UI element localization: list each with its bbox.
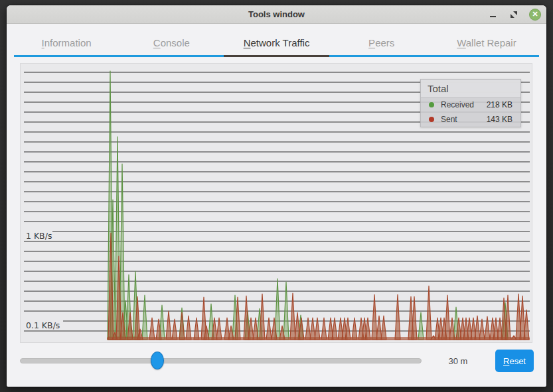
close-button[interactable]: ✕	[529, 9, 541, 21]
timeframe-value: 30 m	[432, 356, 485, 366]
svg-text:1 KB/s: 1 KB/s	[26, 231, 52, 241]
tab-bar: InformationConsoleNetwork TrafficPeersWa…	[14, 29, 539, 57]
traffic-totals-legend: Total Received218 KBSent143 KB	[420, 79, 521, 127]
restore-icon	[510, 11, 518, 19]
timeframe-slider-track[interactable]	[20, 358, 422, 363]
tools-window: Tools window ✕ InformationConsoleNetwork…	[7, 5, 546, 387]
legend-body: Received218 KBSent143 KB	[421, 98, 520, 127]
network-traffic-graph: 1 KB/s0.1 KB/s Total Received218 KBSent1…	[20, 63, 532, 343]
received-dot-icon	[429, 102, 434, 107]
tab-information[interactable]: Information	[14, 29, 119, 57]
close-icon: ✕	[532, 11, 538, 18]
sent-dot-icon	[429, 117, 434, 122]
legend-row-received: Received218 KB	[421, 98, 520, 112]
timeframe-slider-handle[interactable]	[151, 352, 164, 369]
tab-peers[interactable]: Peers	[329, 29, 434, 57]
svg-text:0.1 KB/s: 0.1 KB/s	[26, 320, 60, 330]
window-controls: ✕	[487, 5, 541, 24]
minimize-icon	[490, 16, 496, 17]
tab-network-traffic[interactable]: Network Traffic	[224, 29, 329, 57]
restore-button[interactable]	[508, 9, 520, 21]
tab-console[interactable]: Console	[119, 29, 224, 57]
legend-value: 218 KB	[487, 100, 513, 109]
legend-label: Sent	[441, 115, 487, 124]
legend-title: Total	[421, 80, 520, 98]
reset-button[interactable]: Reset	[495, 350, 534, 372]
legend-row-sent: Sent143 KB	[421, 112, 520, 127]
titlebar[interactable]: Tools window ✕	[7, 5, 546, 24]
window-title: Tools window	[248, 9, 305, 19]
legend-label: Received	[441, 100, 487, 109]
legend-value: 143 KB	[487, 115, 513, 124]
minimize-button[interactable]	[487, 9, 499, 21]
tab-wallet-repair[interactable]: Wallet Repair	[434, 29, 539, 57]
